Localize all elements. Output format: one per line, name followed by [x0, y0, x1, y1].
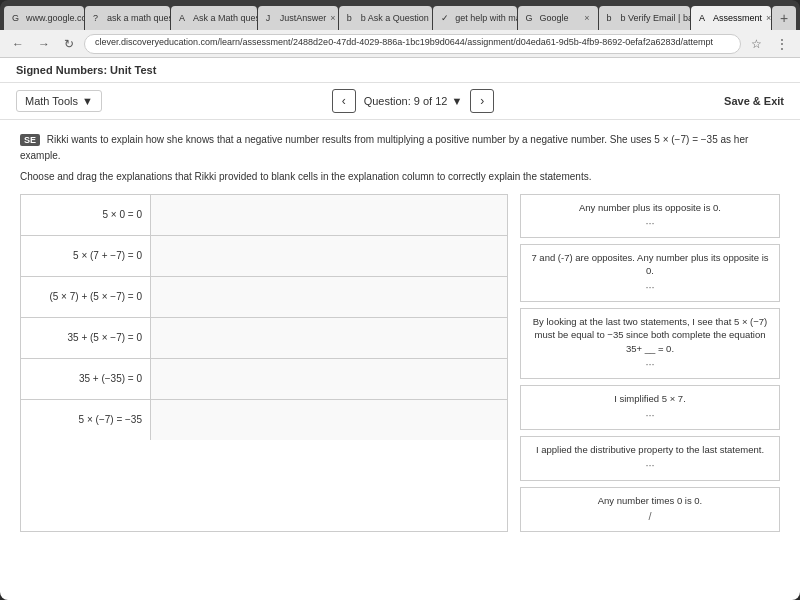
table-row: (5 × 7) + (5 × −7) = 0: [21, 277, 507, 318]
tab-favicon-math2: A: [179, 13, 189, 23]
dots-2: ···: [529, 280, 771, 295]
tab-google[interactable]: G www.google.com ×: [4, 6, 84, 30]
next-question-button[interactable]: ›: [470, 89, 494, 113]
tab-google2[interactable]: G Google ×: [518, 6, 598, 30]
explanation-text-1: Any number plus its opposite is 0.: [579, 202, 721, 213]
table-row: 35 + (−35) = 0: [21, 359, 507, 400]
back-button[interactable]: ←: [8, 35, 28, 53]
tab-assessment[interactable]: A Assessment ×: [691, 6, 771, 30]
explanation-card-4[interactable]: I simplified 5 × 7. ···: [520, 385, 780, 430]
question-dropdown-icon[interactable]: ▼: [451, 95, 462, 107]
question-nav: ‹ Question: 9 of 12 ▼ ›: [332, 89, 495, 113]
statement-cell-6: 5 × (−7) = −35: [21, 400, 151, 440]
tab-favicon-get-help: ✓: [441, 13, 451, 23]
url-field[interactable]: clever.discoveryeducation.com/learn/asse…: [84, 34, 741, 54]
tab-favicon-google: G: [12, 13, 22, 23]
dots-4: ···: [529, 408, 771, 423]
instruction-text: Choose and drag the explanations that Ri…: [20, 171, 780, 182]
dots-3: ···: [529, 357, 771, 372]
question-text: SE Rikki wants to explain how she knows …: [20, 132, 780, 163]
dots-5: ···: [529, 458, 771, 473]
tab-close-google2[interactable]: ×: [584, 13, 589, 23]
explanation-cell-6[interactable]: [151, 400, 507, 440]
explanation-cell-3[interactable]: [151, 277, 507, 317]
statement-cell-1: 5 × 0 = 0: [21, 195, 151, 235]
dots-6: /: [529, 509, 771, 524]
page-title: Signed Numbers: Unit Test: [0, 58, 800, 83]
explanation-card-1[interactable]: Any number plus its opposite is 0. ···: [520, 194, 780, 239]
tab-favicon-b-ask: b: [347, 13, 357, 23]
tab-close-assessment[interactable]: ×: [766, 13, 771, 23]
statement-cell-4: 35 + (5 × −7) = 0: [21, 318, 151, 358]
tab-b-ask[interactable]: b b Ask a Question | to... ×: [339, 6, 432, 30]
math-tools-label: Math Tools: [25, 95, 78, 107]
explanation-text-2: 7 and (-7) are opposites. Any number plu…: [531, 252, 768, 276]
tab-bar: G www.google.com × ? ask a math questi..…: [0, 0, 800, 30]
explanation-cell-1[interactable]: [151, 195, 507, 235]
tab-favicon-justanswer: J: [266, 13, 276, 23]
main-content: SE Rikki wants to explain how she knows …: [0, 120, 800, 600]
explanation-text-6: Any number times 0 is 0.: [598, 495, 703, 506]
tab-favicon-assessment: A: [699, 13, 709, 23]
save-exit-button[interactable]: Save & Exit: [724, 95, 784, 107]
explanation-cell-4[interactable]: [151, 318, 507, 358]
tab-new[interactable]: +: [772, 6, 796, 30]
reload-button[interactable]: ↻: [60, 35, 78, 53]
explanation-text-3: By looking at the last two statements, I…: [533, 316, 767, 354]
statement-cell-5: 35 + (−35) = 0: [21, 359, 151, 399]
address-bar: ← → ↻ clever.discoveryeducation.com/lear…: [0, 30, 800, 58]
explanation-card-6[interactable]: Any number times 0 is 0. /: [520, 487, 780, 532]
explanation-text-5: I applied the distributive property to t…: [536, 444, 764, 455]
explanation-card-5[interactable]: I applied the distributive property to t…: [520, 436, 780, 481]
tab-favicon-google2: G: [526, 13, 536, 23]
browser-frame: G www.google.com × ? ask a math questi..…: [0, 0, 800, 600]
explanation-text-4: I simplified 5 × 7.: [614, 393, 686, 404]
question-label: Question: 9 of 12 ▼: [364, 95, 463, 107]
prev-question-button[interactable]: ‹: [332, 89, 356, 113]
page-content: Signed Numbers: Unit Test Math Tools ▼ ‹…: [0, 58, 800, 600]
tab-math1[interactable]: ? ask a math questi... ×: [85, 6, 170, 30]
table-row: 35 + (5 × −7) = 0: [21, 318, 507, 359]
bookmark-button[interactable]: ☆: [747, 35, 766, 53]
toolbar: Math Tools ▼ ‹ Question: 9 of 12 ▼ › Sav…: [0, 83, 800, 120]
table-row: 5 × (−7) = −35: [21, 400, 507, 440]
question-badge: SE: [20, 134, 40, 146]
explanation-cell-2[interactable]: [151, 236, 507, 276]
tab-get-help[interactable]: ✓ get help with mat... ×: [433, 6, 516, 30]
tab-favicon-verify: b: [607, 13, 617, 23]
menu-button[interactable]: ⋮: [772, 35, 792, 53]
explanation-card-3[interactable]: By looking at the last two statements, I…: [520, 308, 780, 379]
table-row: 5 × 0 = 0: [21, 195, 507, 236]
tab-favicon-math1: ?: [93, 13, 103, 23]
exercise-container: 5 × 0 = 0 5 × (7 + −7) = 0 (5 × 7) + (5 …: [20, 194, 780, 532]
chevron-down-icon: ▼: [82, 95, 93, 107]
math-tools-button[interactable]: Math Tools ▼: [16, 90, 102, 112]
dots-1: ···: [529, 216, 771, 231]
explanation-card-2[interactable]: 7 and (-7) are opposites. Any number plu…: [520, 244, 780, 302]
tab-verify[interactable]: b b Verify Email | barti... ×: [599, 6, 690, 30]
statement-cell-2: 5 × (7 + −7) = 0: [21, 236, 151, 276]
question-body: Rikki wants to explain how she knows tha…: [20, 134, 748, 161]
table-row: 5 × (7 + −7) = 0: [21, 236, 507, 277]
tab-close-justanswer[interactable]: ×: [330, 13, 335, 23]
statement-cell-3: (5 × 7) + (5 × −7) = 0: [21, 277, 151, 317]
forward-button[interactable]: →: [34, 35, 54, 53]
statements-table: 5 × 0 = 0 5 × (7 + −7) = 0 (5 × 7) + (5 …: [20, 194, 508, 532]
tab-math2[interactable]: A Ask a Math questi... ×: [171, 6, 257, 30]
tab-justanswer[interactable]: J JustAnswer ×: [258, 6, 338, 30]
explanation-cell-5[interactable]: [151, 359, 507, 399]
explanations-column: Any number plus its opposite is 0. ··· 7…: [520, 194, 780, 532]
